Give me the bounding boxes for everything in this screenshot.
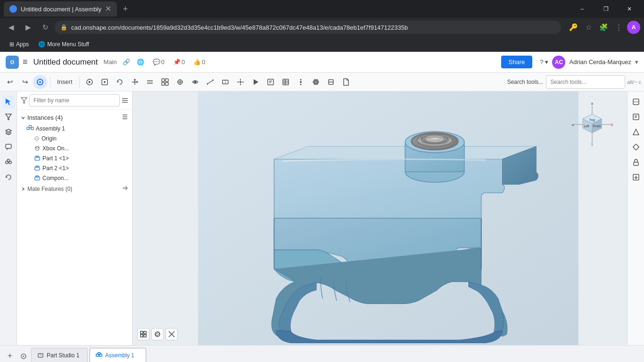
user-menu-chevron[interactable]: ▾	[635, 58, 638, 66]
motion-study-button[interactable]	[83, 75, 97, 89]
animate-button[interactable]	[248, 75, 263, 89]
new-tab-button[interactable]: +	[119, 2, 132, 16]
lock-button[interactable]	[629, 156, 643, 169]
instances-menu-icon[interactable]	[122, 114, 128, 120]
insert-button[interactable]: Insert	[53, 75, 76, 89]
physics-button[interactable]	[309, 75, 323, 89]
user-avatar[interactable]: AC	[552, 56, 565, 69]
close-button[interactable]: ✕	[619, 1, 640, 16]
hamburger-menu[interactable]: ≡	[23, 57, 28, 67]
address-bar[interactable]: 🔒 cad.onshape.com/documents/1859a9d32d3d…	[55, 21, 561, 34]
minimize-button[interactable]: –	[571, 1, 593, 16]
component-item[interactable]: Compon... 👤 ⋮	[17, 173, 132, 183]
explode-button[interactable]	[233, 75, 248, 89]
add-tab-button[interactable]: +	[4, 350, 16, 362]
viewport-bottom-controls	[137, 328, 178, 340]
bookmark-more-menu[interactable]: 🌐 More Menu Stuff	[34, 40, 93, 49]
component-person-icon[interactable]: 👤	[112, 174, 120, 181]
align-button[interactable]	[143, 75, 157, 89]
sidebar-cursor-icon[interactable]	[2, 95, 15, 108]
assembly-1-item[interactable]: Assembly 1	[17, 123, 132, 134]
xbox-more-icon[interactable]: ⋮	[121, 145, 128, 152]
password-icon[interactable]: 🔑	[567, 21, 580, 34]
translate-button[interactable]	[128, 75, 142, 89]
active-tab[interactable]: Untitled document | Assembly ✕	[4, 1, 117, 16]
snap-button[interactable]	[98, 75, 112, 89]
search-tools-input[interactable]	[546, 75, 625, 89]
viewport-icon-3[interactable]	[165, 328, 178, 340]
svg-text:Y: Y	[591, 142, 594, 147]
assembly-tab[interactable]: Assembly 1	[90, 348, 146, 362]
rotate-button[interactable]	[113, 75, 127, 89]
instances-section[interactable]: Instances (4)	[17, 112, 132, 123]
xbox-person-icon[interactable]: 👤	[112, 145, 120, 152]
svg-rect-128	[38, 354, 43, 357]
part2-person-icon[interactable]: 👤	[120, 165, 128, 172]
fix-button[interactable]	[173, 75, 187, 89]
tab-options-icon[interactable]	[18, 351, 29, 362]
sidebar-layers-icon[interactable]	[2, 125, 15, 139]
component-more-icon[interactable]: ⋮	[121, 174, 128, 181]
back-button[interactable]: ◀	[4, 20, 19, 35]
bookmark-icon[interactable]: ☆	[582, 21, 595, 34]
forward-button[interactable]: ▶	[21, 20, 36, 35]
view-cube[interactable]: Top Front Left ▲ X ◄ Y	[569, 101, 616, 148]
comment-icon-btn[interactable]: 💬 0	[150, 58, 167, 66]
svg-rect-10	[165, 79, 168, 82]
part-studio-tab[interactable]: Part Studio 1	[31, 348, 88, 362]
doc-branch[interactable]: Main	[104, 58, 117, 66]
redo-button[interactable]: ↪	[18, 75, 32, 89]
part2-item[interactable]: Part 2 <1> 👤	[17, 163, 132, 173]
part1-item[interactable]: Part 1 <1> 👤	[17, 153, 132, 163]
mode-button[interactable]	[33, 75, 47, 89]
sidebar-refresh-icon[interactable]	[2, 171, 15, 184]
export-button[interactable]	[629, 171, 643, 184]
viewport[interactable]: Top Front Left ▲ X ◄ Y	[132, 91, 644, 345]
svg-marker-51	[21, 98, 27, 103]
appearance-button[interactable]	[629, 95, 643, 108]
like-icon-btn[interactable]: 👍 0	[190, 58, 208, 66]
maximize-button[interactable]: ❐	[595, 1, 617, 16]
undo-button[interactable]: ↩	[3, 75, 17, 89]
origin-item[interactable]: Origin	[17, 134, 132, 143]
mate-features-section[interactable]: Mate Features (0)	[17, 183, 132, 195]
svg-rect-106	[144, 331, 146, 334]
globe-icon-btn[interactable]: 🌐	[134, 58, 147, 66]
hide-button[interactable]	[188, 75, 202, 89]
svg-rect-108	[144, 335, 146, 337]
measure-button[interactable]	[203, 75, 217, 89]
sidebar-filter-icon[interactable]	[2, 110, 15, 123]
pattern-button[interactable]	[158, 75, 172, 89]
help-button[interactable]: ? ▾	[540, 58, 548, 66]
drawing-button[interactable]	[264, 75, 278, 89]
extension-icon[interactable]: 🧩	[597, 21, 610, 34]
more-icon[interactable]: ⋮	[612, 21, 625, 34]
user-name[interactable]: Adrian Cerda-Marquez	[569, 58, 631, 66]
xbox-item[interactable]: Xbox On... 👤 ⋮	[17, 143, 132, 153]
bookmark-apps[interactable]: ⊞ Apps	[6, 40, 33, 49]
filter-input[interactable]	[29, 94, 120, 107]
viewport-icon-2[interactable]	[151, 328, 164, 340]
part1-person-icon[interactable]: 👤	[120, 155, 128, 162]
link-icon[interactable]: 🔗	[123, 58, 130, 66]
properties-panel-button[interactable]	[629, 110, 643, 123]
3d-model-canvas[interactable]	[132, 91, 644, 345]
simulation-button[interactable]	[629, 125, 643, 139]
viewport-icon-1[interactable]	[137, 328, 149, 340]
sidebar-comment-icon[interactable]	[2, 140, 15, 154]
properties-button[interactable]	[294, 75, 308, 89]
pin-icon-btn[interactable]: 📌 0	[170, 58, 188, 66]
tolerance-button[interactable]	[324, 75, 338, 89]
sidebar-assembly-icon[interactable]	[2, 156, 15, 169]
bom-button[interactable]	[279, 75, 293, 89]
chrome-profile-avatar[interactable]: A	[627, 21, 640, 34]
share-button[interactable]: Share	[501, 56, 533, 68]
list-view-icon[interactable]	[122, 97, 128, 104]
reload-button[interactable]: ↻	[38, 20, 53, 35]
tab-close-button[interactable]: ✕	[105, 5, 111, 13]
onshape-logo[interactable]: O	[6, 56, 19, 69]
mate-features-icon[interactable]	[122, 185, 128, 191]
section-view-button[interactable]	[218, 75, 232, 89]
render-button[interactable]	[629, 140, 643, 154]
document-button[interactable]	[339, 75, 353, 89]
